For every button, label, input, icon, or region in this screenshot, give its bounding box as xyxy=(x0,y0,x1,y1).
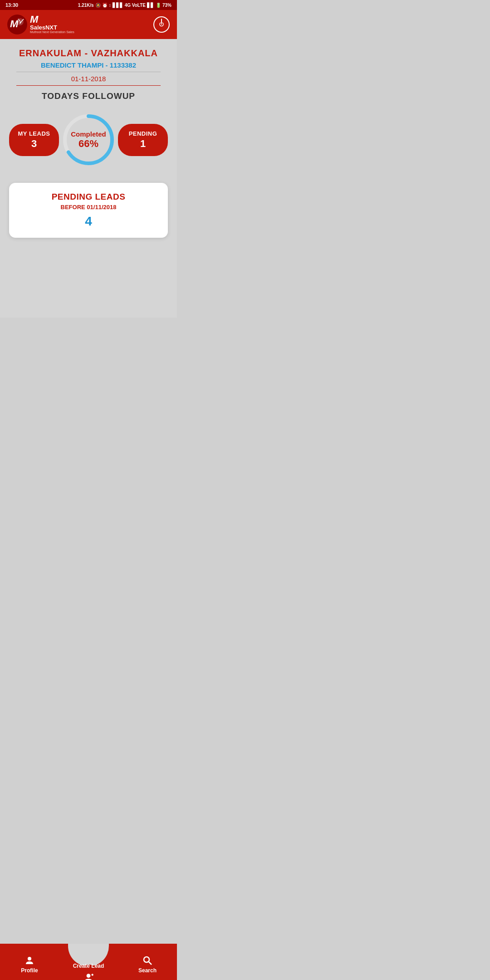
pending-label: PENDING xyxy=(126,130,160,137)
my-leads-label: MY LEADS xyxy=(17,130,51,137)
pending-leads-date: BEFORE 01/11/2018 xyxy=(16,204,161,211)
status-time: 13:30 xyxy=(5,2,18,8)
my-leads-pill[interactable]: MY LEADS 3 xyxy=(9,124,59,156)
user-name: BENEDICT THAMPI - 1133382 xyxy=(7,61,170,69)
app-header: M M SalesNXT Muthoot Next Generation Sal… xyxy=(0,10,177,39)
status-bar: 13:30 1.21K/s 🔕 ⏰ ↕ ▋▋▋ 4G VoLTE ▋▋ 🔋 73… xyxy=(0,0,177,10)
pending-count: 1 xyxy=(126,138,160,150)
location-title: ERNAKULAM - VAZHAKKALA xyxy=(7,48,170,59)
status-icons: 1.21K/s 🔕 ⏰ ↕ ▋▋▋ 4G VoLTE ▋▋ 🔋 73% xyxy=(78,3,172,8)
main-content: ERNAKULAM - VAZHAKKALA BENEDICT THAMPI -… xyxy=(0,39,177,318)
logo: M M SalesNXT Muthoot Next Generation Sal… xyxy=(7,15,74,34)
completed-pct: 66% xyxy=(71,138,106,150)
pending-leads-number: 4 xyxy=(16,214,161,229)
logo-text: M SalesNXT Muthoot Next Generation Sales xyxy=(30,15,74,34)
divider2 xyxy=(16,85,161,86)
divider1 xyxy=(16,72,161,72)
section-title: TODAYS FOLLOWUP xyxy=(7,91,170,101)
pending-pill[interactable]: PENDING 1 xyxy=(118,124,168,156)
progress-section: MY LEADS 3 Completed 66% PENDING 1 xyxy=(7,110,170,169)
donut-chart: Completed 66% xyxy=(59,110,118,169)
completed-label: Completed xyxy=(71,130,106,138)
power-button[interactable] xyxy=(153,16,170,33)
logo-icon: M xyxy=(7,15,27,34)
date-display: 01-11-2018 xyxy=(7,75,170,83)
my-leads-count: 3 xyxy=(17,138,51,150)
donut-center: Completed 66% xyxy=(71,130,106,150)
power-icon xyxy=(158,21,165,28)
pending-leads-title: PENDING LEADS xyxy=(16,192,161,202)
pending-leads-card[interactable]: PENDING LEADS BEFORE 01/11/2018 4 xyxy=(9,183,168,238)
